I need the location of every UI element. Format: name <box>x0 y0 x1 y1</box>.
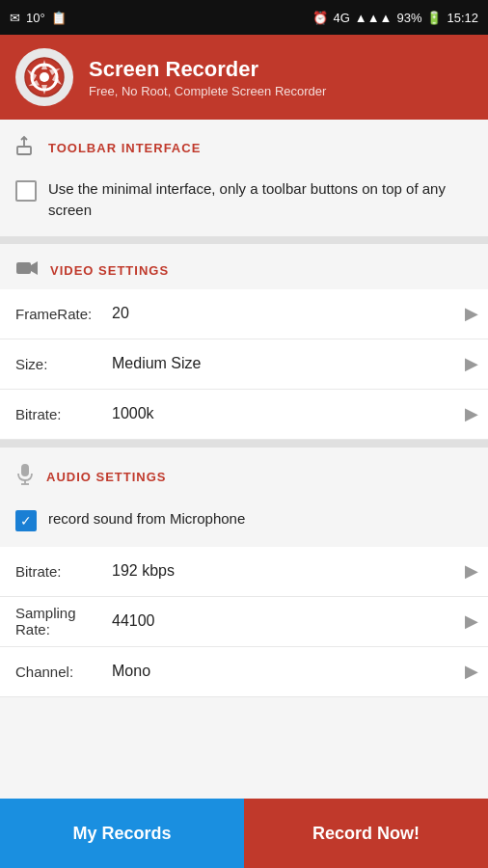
size-arrow-icon: ▶ <box>465 353 478 374</box>
video-bitrate-arrow-icon: ▶ <box>465 403 478 424</box>
export-icon <box>15 135 37 156</box>
mic-checkbox-label: record sound from Microphone <box>48 508 245 529</box>
app-subtitle: Free, No Root, Complete Screen Recorder <box>89 84 326 98</box>
toolbar-checkbox-row[interactable]: Use the minimal interface, only a toolba… <box>0 169 488 236</box>
video-bitrate-row[interactable]: Bitrate: 1000k ▶ <box>0 390 488 440</box>
temperature-indicator: 10° <box>26 11 45 25</box>
mic-icon-svg <box>15 463 35 486</box>
svg-marker-5 <box>31 261 38 275</box>
video-bitrate-value: 1000k <box>112 405 473 422</box>
audio-section-title: AUDIO SETTINGS <box>46 470 167 484</box>
audio-section-header: AUDIO SETTINGS <box>0 448 488 499</box>
channel-label: Channel: <box>15 664 112 680</box>
battery-icon: 🔋 <box>426 11 442 25</box>
record-now-button[interactable]: Record Now! <box>244 799 488 868</box>
signal-bars: ▲▲▲ <box>355 11 393 25</box>
framerate-row[interactable]: FrameRate: 20 ▶ <box>0 289 488 339</box>
status-bar: ✉ 10° 📋 ⏰ 4G ▲▲▲ 93% 🔋 15:12 <box>0 0 488 35</box>
toolbar-section-title: TOOLBAR INTERFACE <box>48 141 201 155</box>
channel-value: Mono <box>112 663 473 680</box>
size-row[interactable]: Size: Medium Size ▶ <box>0 339 488 390</box>
clipboard-icon: 📋 <box>51 11 67 25</box>
audio-bitrate-label: Bitrate: <box>15 563 112 580</box>
svg-rect-4 <box>16 262 31 274</box>
main-content: TOOLBAR INTERFACE Use the minimal interf… <box>0 120 488 799</box>
microphone-icon <box>15 463 35 491</box>
framerate-arrow-icon: ▶ <box>465 303 478 324</box>
section-divider-1 <box>0 236 488 244</box>
sampling-rate-arrow-icon: ▶ <box>465 610 478 632</box>
network-indicator: 4G <box>333 11 349 25</box>
audio-bitrate-arrow-icon: ▶ <box>465 560 478 582</box>
status-left-icons: ✉ 10° 📋 <box>10 11 67 25</box>
logo-icon <box>23 56 66 98</box>
svg-point-2 <box>40 72 49 82</box>
sampling-rate-row[interactable]: Sampling Rate: 44100 ▶ <box>0 597 488 647</box>
bottom-bar: My Records Record Now! <box>0 799 488 868</box>
channel-row[interactable]: Channel: Mono ▶ <box>0 647 488 697</box>
mic-checkbox-row[interactable]: ✓ record sound from Microphone <box>0 499 488 547</box>
email-icon: ✉ <box>10 11 20 25</box>
sampling-rate-value: 44100 <box>112 612 473 630</box>
svg-rect-6 <box>21 464 29 476</box>
sampling-rate-label: Sampling Rate: <box>15 605 112 637</box>
audio-bitrate-row[interactable]: Bitrate: 192 kbps ▶ <box>0 547 488 597</box>
clock: 15:12 <box>447 11 478 25</box>
video-section-title: VIDEO SETTINGS <box>50 263 169 278</box>
video-camera-icon <box>15 259 39 282</box>
app-logo <box>15 48 73 106</box>
svg-rect-3 <box>17 147 31 154</box>
toolbar-checkbox-label: Use the minimal interface, only a toolba… <box>48 178 473 221</box>
app-header: Screen Recorder Free, No Root, Complete … <box>0 35 488 120</box>
header-text-block: Screen Recorder Free, No Root, Complete … <box>89 57 326 98</box>
size-label: Size: <box>15 356 112 372</box>
mic-checkbox[interactable]: ✓ <box>15 510 37 531</box>
section-divider-2 <box>0 440 488 448</box>
video-icon-svg <box>15 259 39 277</box>
toolbar-icon <box>15 135 37 161</box>
video-section-header: VIDEO SETTINGS <box>0 244 488 289</box>
battery-indicator: 93% <box>396 11 421 25</box>
my-records-button[interactable]: My Records <box>0 799 244 868</box>
size-value: Medium Size <box>112 355 473 372</box>
channel-arrow-icon: ▶ <box>465 661 478 682</box>
framerate-value: 20 <box>112 305 473 322</box>
toolbar-section-header: TOOLBAR INTERFACE <box>0 120 488 169</box>
alarm-icon: ⏰ <box>312 11 328 25</box>
app-title: Screen Recorder <box>89 57 326 82</box>
video-bitrate-label: Bitrate: <box>15 406 112 422</box>
framerate-label: FrameRate: <box>15 306 112 322</box>
audio-bitrate-value: 192 kbps <box>112 562 473 580</box>
status-right-icons: ⏰ 4G ▲▲▲ 93% 🔋 15:12 <box>312 11 478 25</box>
toolbar-checkbox[interactable] <box>15 180 37 202</box>
